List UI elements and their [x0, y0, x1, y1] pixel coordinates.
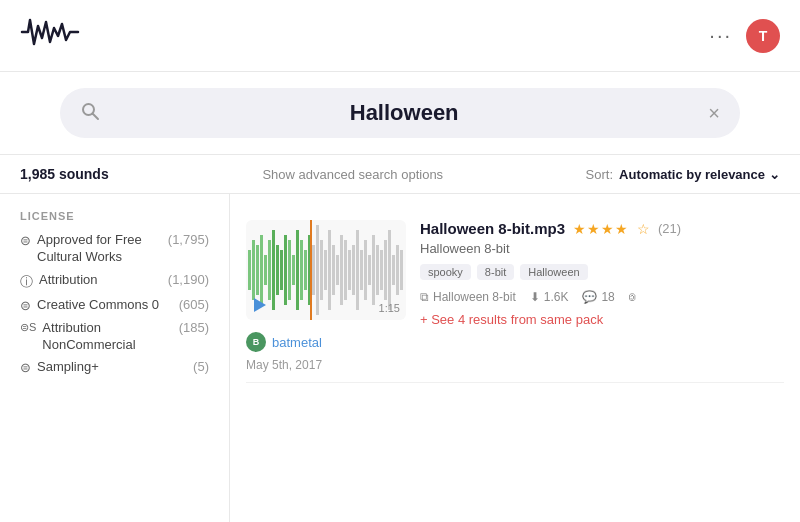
svg-rect-52	[292, 255, 295, 285]
license-icon: 🄯	[629, 290, 635, 304]
pack-icon: ⧉	[420, 290, 429, 304]
svg-rect-24	[336, 255, 339, 285]
uploader-name[interactable]: batmetal	[272, 335, 322, 350]
tag-halloween[interactable]: Halloween	[520, 264, 587, 280]
search-clear-button[interactable]: ×	[708, 102, 720, 125]
comment-icon: 💬	[582, 290, 597, 304]
filter-text-cc0: Creative Commons 0	[37, 297, 159, 314]
avatar[interactable]: T	[746, 19, 780, 53]
svg-rect-49	[280, 250, 283, 290]
search-input[interactable]	[112, 100, 696, 126]
upload-date: May 5th, 2017	[246, 358, 406, 372]
svg-rect-47	[272, 230, 275, 310]
play-button[interactable]	[254, 298, 266, 312]
search-bar: ×	[60, 88, 740, 138]
meta-downloads: ⬇ 1.6K	[530, 290, 569, 304]
advanced-search-link[interactable]: Show advanced search options	[140, 165, 566, 183]
svg-rect-48	[276, 245, 279, 295]
results-count: 1,985 sounds	[20, 166, 120, 182]
stars-full: ★★★★	[573, 221, 629, 237]
sound-subtitle: Halloween 8-bit	[420, 241, 784, 256]
svg-rect-27	[348, 250, 351, 290]
filter-count-free: (1,795)	[168, 232, 209, 247]
sidebar: LICENSE ⊜ Approved for Free Cultural Wor…	[0, 194, 230, 522]
uploader-row: B batmetal	[246, 332, 406, 352]
filter-count-cc0: (605)	[179, 297, 209, 312]
filter-icon-attr-nc: ⊜S	[20, 321, 36, 334]
tag-spooky[interactable]: spooky	[420, 264, 471, 280]
filter-text-free: Approved for Free Cultural Works	[37, 232, 168, 266]
filter-item-sampling[interactable]: ⊜ Sampling+ (5)	[20, 359, 209, 376]
meta-pack-name: Halloween 8-bit	[433, 290, 516, 304]
filter-item-attr-nc[interactable]: ⊜S Attribution NonCommercial (185)	[20, 320, 209, 354]
header-actions: ··· T	[709, 19, 780, 53]
svg-rect-21	[324, 250, 327, 290]
meta-comments: 💬 18	[582, 290, 614, 304]
svg-rect-20	[320, 240, 323, 300]
svg-rect-45	[264, 255, 267, 285]
filter-item-cc0[interactable]: ⊜ Creative Commons 0 (605)	[20, 297, 209, 314]
meta-pack: ⧉ Halloween 8-bit	[420, 290, 516, 304]
star-half: ☆	[637, 221, 650, 237]
svg-rect-38	[392, 255, 395, 285]
sound-meta: ⧉ Halloween 8-bit ⬇ 1.6K 💬 18 🄯	[420, 290, 784, 304]
chevron-down-icon: ⌄	[769, 167, 780, 182]
sound-title[interactable]: Halloween 8-bit.mp3	[420, 220, 565, 237]
sort-label: Sort:	[586, 167, 613, 182]
svg-rect-34	[376, 245, 379, 295]
sidebar-section-title: LICENSE	[20, 210, 209, 222]
filter-icon-sampling: ⊜	[20, 360, 31, 375]
filter-icon-free: ⊜	[20, 233, 31, 248]
search-bar-container: ×	[0, 72, 800, 154]
tags-container: spooky 8-bit Halloween	[420, 264, 784, 280]
svg-rect-35	[380, 250, 383, 290]
more-options-button[interactable]: ···	[709, 24, 732, 47]
download-icon: ⬇	[530, 290, 540, 304]
filter-item-attribution[interactable]: ⓘ Attribution (1,190)	[20, 272, 209, 291]
filter-item-free-cultural[interactable]: ⊜ Approved for Free Cultural Works (1,79…	[20, 232, 209, 266]
meta-license: 🄯	[629, 290, 635, 304]
svg-rect-18	[312, 245, 315, 295]
svg-rect-28	[352, 245, 355, 295]
header: ··· T	[0, 0, 800, 72]
svg-rect-25	[340, 235, 343, 305]
svg-rect-23	[332, 245, 335, 295]
svg-rect-40	[400, 250, 403, 290]
sort-section: Sort: Automatic by relevance ⌄	[586, 167, 780, 182]
svg-rect-29	[356, 230, 359, 310]
meta-comment-count: 18	[601, 290, 614, 304]
duration-badge: 1:15	[379, 302, 400, 314]
svg-rect-46	[268, 240, 271, 300]
logo	[20, 12, 80, 59]
svg-rect-22	[328, 230, 331, 310]
results-bar: 1,985 sounds Show advanced search option…	[0, 154, 800, 194]
see-pack-link[interactable]: + See 4 results from same pack	[420, 312, 784, 327]
filter-text-sampling: Sampling+	[37, 359, 99, 376]
svg-rect-43	[256, 245, 259, 295]
main-content: LICENSE ⊜ Approved for Free Cultural Wor…	[0, 194, 800, 522]
uploader-avatar: B	[246, 332, 266, 352]
svg-rect-30	[360, 250, 363, 290]
svg-rect-42	[252, 240, 255, 300]
search-icon	[80, 101, 100, 126]
svg-rect-53	[296, 230, 299, 310]
waveform-container: 1:15	[246, 220, 406, 320]
sound-info: Halloween 8-bit.mp3 ★★★★☆ (21) Halloween…	[420, 220, 784, 372]
svg-rect-51	[288, 240, 291, 300]
svg-line-1	[93, 113, 99, 119]
sound-title-row: Halloween 8-bit.mp3 ★★★★☆ (21)	[420, 220, 784, 237]
svg-rect-26	[344, 240, 347, 300]
review-count: (21)	[658, 221, 681, 236]
sound-card: 1:15 B batmetal May 5th, 2017 Halloween …	[246, 210, 784, 383]
tag-8bit[interactable]: 8-bit	[477, 264, 514, 280]
filter-text-attr-nc: Attribution NonCommercial	[42, 320, 178, 354]
svg-rect-31	[364, 240, 367, 300]
results-area: 1:15 B batmetal May 5th, 2017 Halloween …	[230, 194, 800, 522]
svg-rect-32	[368, 255, 371, 285]
meta-download-count: 1.6K	[544, 290, 569, 304]
svg-rect-50	[284, 235, 287, 305]
svg-rect-44	[260, 235, 263, 305]
sort-dropdown[interactable]: Automatic by relevance ⌄	[619, 167, 780, 182]
filter-count-sampling: (5)	[193, 359, 209, 374]
svg-rect-55	[304, 250, 307, 290]
